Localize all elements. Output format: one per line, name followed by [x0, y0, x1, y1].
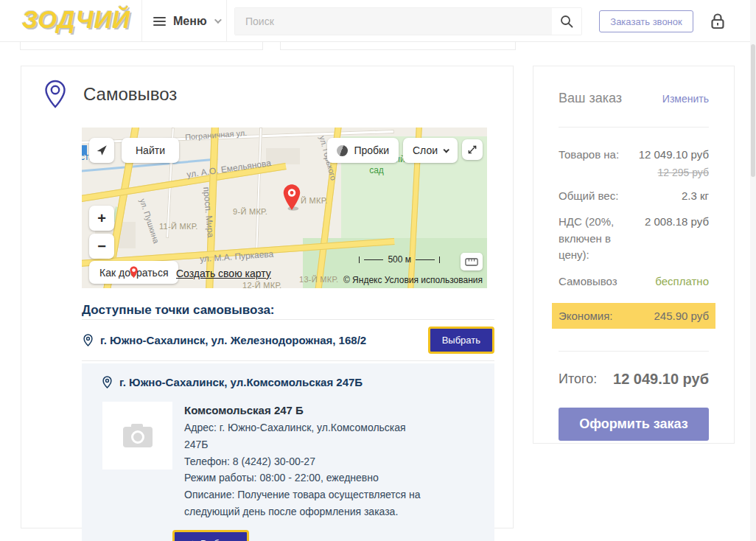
- select-point-button[interactable]: Выбрать: [428, 327, 494, 354]
- summary-row: Самовывоз бесплатно: [559, 273, 709, 290]
- district-label: 13-Й МКР.: [299, 275, 338, 284]
- order-title: Ваш заказ: [559, 91, 622, 106]
- photo-placeholder: [102, 402, 172, 470]
- pickup-point-address: г. Южно-Сахалинск, ул.Комсомольская 247Б: [102, 376, 474, 388]
- row-value: бесплатно: [655, 273, 709, 290]
- total-value: 12 049.10 руб: [609, 369, 709, 388]
- map-zoom-in-button[interactable]: +: [89, 206, 114, 231]
- summary-row: Товаров на: 12 049.10 руб: [559, 147, 709, 164]
- row-value: 245.90 руб: [654, 310, 709, 322]
- map-building: [266, 148, 300, 164]
- location-pin-icon: [43, 80, 67, 109]
- row-label: Экономия:: [559, 310, 612, 322]
- selected-point-button[interactable]: ✓ Выбран: [172, 530, 249, 541]
- map-zoom-out-button[interactable]: −: [89, 234, 114, 259]
- pickup-points-heading: Доступные точки самовывоза:: [82, 303, 275, 318]
- pickup-point-row: г. Южно-Сахалинск, ул. Железнодорожная, …: [82, 319, 494, 361]
- expand-arrows-icon: [467, 144, 477, 155]
- point-details: Комсомольская 247 Б Адрес: г. Южно-Сахал…: [102, 402, 474, 520]
- map-attribution: © Яндекс Условия использования: [343, 275, 483, 285]
- pin-outline-icon: [102, 376, 112, 388]
- total-row: Итого: 12 049.10 руб: [559, 369, 709, 388]
- search-button[interactable]: [552, 8, 581, 35]
- ruler-icon: [465, 258, 478, 266]
- row-label: Самовывоз: [559, 273, 617, 290]
- map-fullscreen-button[interactable]: [462, 139, 483, 160]
- header-divider: [141, 0, 142, 42]
- pin-outline-icon: [83, 334, 93, 346]
- district-label: 11-Й МКР.: [159, 222, 198, 231]
- chevron-down-icon: [214, 16, 222, 24]
- search-icon: [559, 14, 574, 29]
- map-road: [255, 128, 262, 256]
- pickup-points-list: г. Южно-Сахалинск, ул. Железнодорожная, …: [82, 319, 494, 541]
- district-label: Й МКР.: [301, 196, 328, 205]
- map-directions-button[interactable]: Как добраться: [89, 261, 178, 284]
- map-traffic-button[interactable]: Пробки: [327, 138, 399, 163]
- pickup-title-row: Самовывоз: [43, 80, 177, 109]
- summary-row: НДС (20%, включен в цену): 2 008.18 руб: [559, 214, 709, 264]
- order-summary-card: Ваш заказ Изменить Товаров на: 12 049.10…: [533, 66, 735, 444]
- header-divider: [226, 0, 227, 42]
- row-value: 2 008.18 руб: [645, 214, 709, 264]
- pickup-point-address: г. Южно-Сахалинск, ул. Железнодорожная, …: [83, 334, 366, 346]
- traffic-label: Пробки: [354, 144, 389, 156]
- summary-row: Общий вес: 2.3 кг: [559, 188, 709, 205]
- row-label: Общий вес:: [559, 188, 618, 205]
- chevron-down-icon: [443, 147, 449, 153]
- hamburger-icon: [153, 17, 166, 26]
- scrollbar-track[interactable]: [750, 0, 756, 541]
- point-phone-line: Телефон: 8 (4242) 30-00-27: [184, 453, 432, 470]
- address-text: г. Южно-Сахалинск, ул. Железнодорожная, …: [100, 334, 366, 346]
- site-logo[interactable]: ЗОДЧИЙ: [22, 6, 130, 34]
- row-label: НДС (20%, включен в цену):: [559, 214, 632, 264]
- account-lock-button[interactable]: [708, 12, 727, 34]
- map-ruler-button[interactable]: [461, 253, 483, 270]
- point-info: Комсомольская 247 Б Адрес: г. Южно-Сахал…: [184, 402, 432, 520]
- pickup-section-card: Самовывоз Пограничная ул. ул. А.О. Емел: [21, 66, 514, 528]
- traffic-icon: [337, 145, 348, 156]
- scale-label: 500 м: [388, 254, 411, 265]
- page-title: Самовывоз: [83, 84, 177, 105]
- row-value: 2.3 кг: [682, 188, 709, 205]
- red-pin-icon: [129, 266, 139, 279]
- map-placemark-icon: [281, 184, 302, 212]
- point-description-line: Описание: Получение товара осуществляетс…: [184, 486, 432, 520]
- row-label: Товаров на:: [559, 147, 619, 164]
- divider: [559, 127, 709, 128]
- terms-link[interactable]: Условия использования: [385, 275, 483, 285]
- menu-button[interactable]: Меню: [153, 0, 220, 42]
- map-scale: 500 м: [359, 254, 440, 265]
- point-hours-line: Режим работы: 08:00 - 22:00, ежедневно: [184, 470, 432, 486]
- row-value: 12 049.10 руб: [639, 147, 709, 164]
- checkout-button[interactable]: Оформить заказ: [559, 408, 709, 441]
- district-label: 9-Й МКР.: [233, 207, 267, 216]
- padlock-icon: [708, 12, 727, 31]
- request-call-button[interactable]: Заказать звонок: [599, 10, 693, 32]
- pickup-point-selected-block: г. Южно-Сахалинск, ул.Комсомольская 247Б…: [82, 363, 494, 541]
- layers-label: Слои: [413, 144, 438, 156]
- divider: [559, 351, 709, 352]
- header: ЗОДЧИЙ Меню Заказать звонок: [0, 0, 756, 42]
- geolocation-button[interactable]: [89, 138, 114, 163]
- savings-row: Экономия: 245.90 руб: [552, 303, 715, 329]
- copyright-text: © Яндекс: [343, 275, 382, 285]
- street-label: ул. Пушкина: [139, 198, 161, 245]
- search-input[interactable]: [235, 8, 552, 35]
- order-header: Ваш заказ Изменить: [559, 91, 709, 106]
- old-price: 12 295 руб: [559, 167, 709, 178]
- scrollbar-thumb[interactable]: [751, 44, 755, 177]
- point-name: Комсомольская 247 Б: [184, 402, 432, 419]
- total-label: Итого:: [559, 369, 597, 388]
- camera-icon: [122, 423, 153, 448]
- yandex-map[interactable]: Пограничная ул. ул. А.О. Емельянова стит…: [82, 128, 487, 288]
- point-address-line: Адрес: г. Южно-Сахалинск, ул.Комсомольск…: [184, 419, 432, 453]
- selected-label: Выбран: [200, 538, 235, 541]
- create-map-link[interactable]: Создать свою карту: [176, 268, 271, 279]
- search-bar: [234, 7, 582, 35]
- edit-order-link[interactable]: Изменить: [662, 93, 709, 105]
- check-icon: ✓: [186, 538, 195, 541]
- map-find-button[interactable]: Найти: [122, 138, 179, 163]
- navigation-arrow-icon: [95, 144, 108, 157]
- map-layers-button[interactable]: Слои: [403, 138, 458, 163]
